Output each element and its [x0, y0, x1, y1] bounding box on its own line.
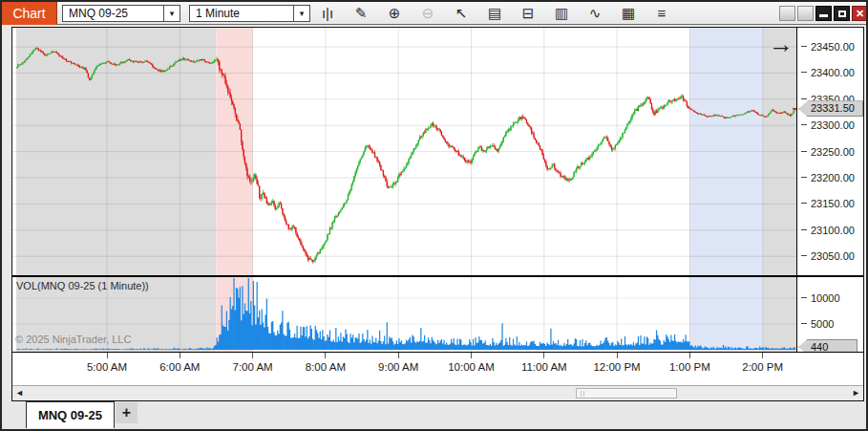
- time-tick-mark: [762, 353, 763, 358]
- time-tick-mark: [107, 353, 108, 358]
- time-tick-mark: [689, 353, 690, 358]
- horizontal-scrollbar[interactable]: ◄ ►: [12, 385, 863, 400]
- time-tick-mark: [252, 353, 253, 358]
- time-tick-mark: [543, 353, 544, 358]
- strategies-icon[interactable]: ∿: [583, 3, 606, 24]
- last-price-badge: 23331.50: [798, 100, 863, 117]
- time-tick-label: 11:00 AM: [514, 361, 575, 373]
- zoom-out-icon[interactable]: ⊖: [416, 3, 439, 24]
- tab-mnq-09-25[interactable]: MNQ 09-25: [26, 401, 115, 428]
- time-tick-mark: [325, 353, 326, 358]
- tick-mark: [801, 297, 807, 298]
- zoom-in-icon[interactable]: ⊕: [383, 3, 406, 24]
- indicators-icon[interactable]: ▥: [550, 3, 573, 24]
- time-tick-label: 1:00 PM: [659, 361, 720, 373]
- tick-mark: [801, 323, 807, 324]
- time-tick-mark: [398, 353, 399, 358]
- instrument-dropdown[interactable]: MNQ 09-25 ▾: [62, 5, 180, 22]
- tick-mark: [801, 229, 807, 230]
- add-tab-button[interactable]: +: [116, 402, 138, 423]
- time-tick-label: 2:00 PM: [732, 361, 794, 373]
- cursor-icon[interactable]: ↖: [450, 3, 473, 24]
- window-button-a[interactable]: [779, 6, 795, 21]
- maximize-button[interactable]: [834, 6, 850, 21]
- time-tick-label: 8:00 AM: [295, 361, 356, 373]
- scroll-right-icon[interactable]: ►: [852, 388, 860, 398]
- time-tick-mark: [180, 353, 180, 358]
- time-tick-mark: [617, 353, 618, 358]
- tick-mark: [801, 46, 807, 47]
- chart-style-icon[interactable]: ı|ı: [316, 3, 339, 24]
- scrollbar-thumb[interactable]: [576, 388, 677, 399]
- properties-icon[interactable]: ≡: [650, 3, 673, 24]
- minimize-button[interactable]: [815, 6, 832, 21]
- toolbar: Chart MNQ 09-25 ▾ 1 Minute ▾ ı|ı✎⊕⊖↖▤⊟▥∿…: [2, 2, 866, 25]
- tick-mark: [801, 124, 807, 125]
- order-entry-icon[interactable]: ⊟: [517, 3, 540, 24]
- scroll-left-icon[interactable]: ◄: [15, 388, 24, 398]
- chevron-down-icon[interactable]: ▾: [163, 6, 180, 21]
- chart-trader-icon[interactable]: ▦: [617, 3, 640, 24]
- interval-value: 1 Minute: [190, 7, 293, 20]
- time-tick-mark: [471, 353, 472, 358]
- panel-separator[interactable]: [12, 275, 863, 277]
- interval-dropdown[interactable]: 1 Minute ▾: [189, 5, 310, 22]
- go-to-latest-arrow-icon[interactable]: →: [767, 31, 795, 59]
- time-tick-label: 6:00 AM: [149, 361, 210, 373]
- time-tick-label: 12:00 PM: [586, 361, 647, 373]
- price-axis[interactable]: 23450.0023400.0023350.0023300.0023250.00…: [796, 28, 863, 352]
- chart-content: VOL(MNQ 09-25 (1 Minute)) © 2025 NinjaTr…: [11, 27, 864, 401]
- volume-indicator-label: VOL(MNQ 09-25 (1 Minute)): [16, 280, 149, 291]
- window-title: Chart: [2, 2, 57, 25]
- time-tick-label: 5:00 AM: [76, 361, 138, 373]
- time-tick-label: 7:00 AM: [222, 361, 284, 373]
- time-tick-label: 9:00 AM: [368, 361, 429, 373]
- tick-mark: [801, 98, 807, 99]
- tick-mark: [801, 151, 807, 152]
- chart-plot-area[interactable]: [12, 28, 796, 352]
- ninjatrader-chart-window: Chart MNQ 09-25 ▾ 1 Minute ▾ ı|ı✎⊕⊖↖▤⊟▥∿…: [0, 0, 868, 431]
- toolbar-icons: ı|ı✎⊕⊖↖▤⊟▥∿▦≡: [316, 3, 684, 24]
- time-tick-label: 10:00 AM: [441, 361, 502, 373]
- tick-mark: [801, 177, 807, 178]
- draw-tool-icon[interactable]: ✎: [349, 3, 372, 24]
- tick-mark: [801, 72, 807, 73]
- chevron-down-icon[interactable]: ▾: [293, 6, 309, 21]
- tab-bar: MNQ 09-25 +: [2, 401, 866, 429]
- maximize-icon: [838, 11, 846, 17]
- data-box-icon[interactable]: ▤: [483, 3, 506, 24]
- instrument-value: MNQ 09-25: [63, 7, 163, 20]
- minimize-icon: [819, 14, 828, 17]
- tick-mark: [801, 203, 807, 204]
- close-button[interactable]: ✕: [852, 6, 868, 21]
- time-axis[interactable]: 5:00 AM6:00 AM7:00 AM8:00 AM9:00 AM10:00…: [12, 352, 863, 384]
- window-button-b[interactable]: [797, 6, 814, 21]
- window-controls: ✕: [777, 6, 868, 21]
- tick-mark: [801, 255, 807, 256]
- copyright-text: © 2025 NinjaTrader, LLC: [15, 334, 131, 345]
